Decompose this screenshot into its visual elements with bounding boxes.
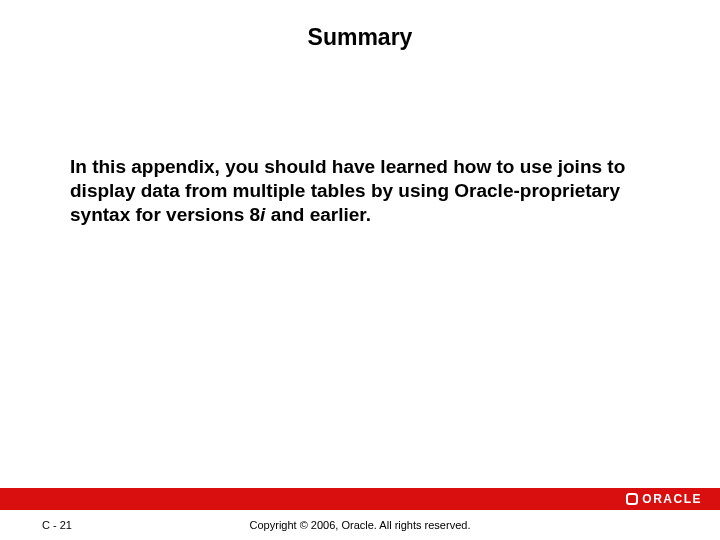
slide-title: Summary [0, 24, 720, 51]
oracle-wordmark: ORACLE [642, 492, 702, 506]
footer: C - 21 Copyright © 2006, Oracle. All rig… [0, 510, 720, 540]
summary-body: In this appendix, you should have learne… [70, 155, 660, 226]
brand-bar: ORACLE [0, 488, 720, 510]
copyright-text: Copyright © 2006, Oracle. All rights res… [0, 519, 720, 531]
slide: Summary In this appendix, you should hav… [0, 0, 720, 540]
oracle-logo: ORACLE [626, 492, 702, 506]
oracle-o-icon [626, 493, 638, 505]
body-suffix: and earlier. [265, 204, 371, 225]
